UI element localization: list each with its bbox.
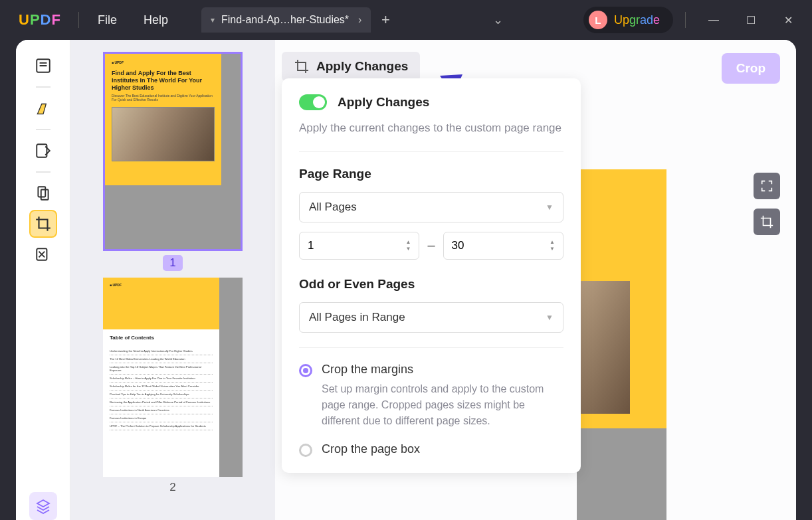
crop-pagebox-radio[interactable]: Crop the page box [299, 442, 563, 457]
toc-title: Table of Contents [110, 335, 213, 341]
page-range-to-input[interactable]: 30 ▲▼ [443, 232, 563, 260]
page-number: 1 [163, 255, 182, 271]
maximize-button[interactable]: ☐ [740, 9, 761, 31]
toc-row: Scholarship Rules – How to Apply For One… [110, 375, 213, 383]
toc-row: The 12 Best Global Universities Leading … [110, 355, 213, 363]
reader-tool[interactable] [29, 52, 57, 80]
thumbnail-panel: ■ UPDF Find and Apply For the Best Insti… [70, 40, 275, 520]
thumbnail-image: ■ UPDF Find and Apply For the Best Insti… [103, 52, 243, 251]
radio-icon [299, 444, 312, 457]
separator [36, 86, 51, 88]
canvas-area: Apply Changes Crop Apply Changes Apply t… [275, 40, 796, 520]
crop-margins-radio[interactable]: Crop the margins [299, 363, 563, 377]
toc-row: Looking into the Top 10 Subject Majors T… [110, 363, 213, 375]
tab-title: Find-and-Ap…her-Studies* [221, 14, 349, 26]
separator [78, 12, 79, 28]
chevron-down-icon: ▼ [546, 203, 554, 212]
right-floating-tools [754, 173, 780, 235]
radio-icon [299, 364, 312, 377]
upgrade-label: Upgrade [614, 13, 660, 27]
left-toolbar [16, 40, 70, 520]
odd-even-select-value: All Pages in Range [309, 311, 405, 324]
organize-tool[interactable] [29, 179, 57, 207]
window-controls: — ☐ ✕ [703, 9, 799, 31]
apply-changes-panel: Apply Changes Apply the current changes … [282, 78, 581, 473]
fit-screen-button[interactable] [754, 173, 780, 199]
chevron-down-icon: ▼ [546, 313, 554, 322]
app-logo: UPDF [19, 11, 61, 29]
separator [299, 347, 563, 348]
toc-row: Famous Institutions in Europe [110, 414, 213, 422]
page-range-to-value: 30 [452, 239, 464, 252]
thumbnail-page-1[interactable]: ■ UPDF Find and Apply For the Best Insti… [103, 52, 243, 271]
thumb-photo [112, 107, 215, 161]
thumb-brand: ■ UPDF [112, 60, 215, 64]
user-avatar: L [589, 11, 607, 29]
crop-margins-label: Crop the margins [322, 363, 413, 377]
tab-overflow-button[interactable]: ⌄ [400, 13, 516, 27]
apply-changes-toggle[interactable] [299, 94, 327, 110]
apply-changes-description: Apply the current changes to the custom … [299, 120, 563, 137]
stepper-icons[interactable]: ▲▼ [550, 240, 555, 252]
separator [36, 129, 51, 130]
thumb-title: Find and Apply For the Best Institutes I… [112, 70, 215, 91]
titlebar: UPDF File Help ▾ Find-and-Ap…her-Studies… [0, 0, 812, 40]
odd-even-select[interactable]: All Pages in Range ▼ [299, 302, 563, 333]
menu-file[interactable]: File [84, 8, 130, 33]
separator [299, 151, 563, 152]
close-button[interactable]: ✕ [777, 9, 799, 31]
document-tab[interactable]: ▾ Find-and-Ap…her-Studies* › [201, 7, 371, 33]
tab-area: ▾ Find-and-Ap…her-Studies* › + ⌄ [201, 7, 583, 33]
thumb-sub: Discover The Best Educational Institute … [112, 94, 215, 102]
page-range-from-value: 1 [308, 239, 314, 252]
edit-tool[interactable] [29, 137, 57, 165]
separator [36, 171, 51, 173]
thumbnail-page-2[interactable]: ■ UPDF Table of Contents Understanding t… [103, 278, 243, 494]
new-tab-button[interactable]: + [376, 11, 395, 29]
svg-rect-2 [38, 187, 45, 197]
toc-row: Practical Tips to Help You in Applying f… [110, 390, 213, 398]
odd-even-title: Odd or Even Pages [299, 277, 563, 292]
range-dash: – [427, 238, 435, 253]
layers-button[interactable] [29, 492, 57, 520]
apply-changes-button[interactable]: Apply Changes [282, 52, 420, 81]
crop-tool[interactable] [29, 210, 57, 238]
crop-icon [294, 58, 310, 74]
chevron-right-icon[interactable]: › [358, 14, 361, 26]
thumb-brand: ■ UPDF [110, 283, 122, 287]
separator [685, 12, 686, 28]
page-range-title: Page Range [299, 167, 563, 181]
toc-row: Understanding the Need to Apply Internat… [110, 347, 213, 355]
page-range-from-input[interactable]: 1 ▲▼ [299, 232, 419, 260]
highlight-tool[interactable] [29, 94, 57, 122]
page-number: 2 [169, 481, 175, 494]
minimize-button[interactable]: — [703, 9, 724, 31]
apply-changes-label: Apply Changes [316, 59, 408, 74]
toc-row: UPDF – The Perfect Solution to Prepare S… [110, 422, 213, 430]
stepper-icons[interactable]: ▲▼ [406, 240, 411, 252]
upgrade-button[interactable]: L Upgrade [583, 7, 673, 33]
crop-button[interactable]: Crop [722, 53, 780, 84]
redact-tool[interactable] [29, 240, 57, 268]
chevron-down-icon: ▾ [211, 15, 215, 25]
crop-pagebox-label: Crop the page box [322, 442, 420, 456]
document-page-preview[interactable] [577, 169, 666, 520]
toc-row: Scholarship Rules for the 12 Best Global… [110, 383, 213, 390]
main-area: ■ UPDF Find and Apply For the Best Insti… [16, 40, 796, 520]
svg-rect-1 [37, 144, 47, 157]
page-range-select[interactable]: All Pages ▼ [299, 192, 563, 222]
crop-area-button[interactable] [754, 209, 780, 235]
menu-help[interactable]: Help [130, 8, 181, 33]
toc-row: Reviewing the Application Period and Off… [110, 398, 213, 406]
page-range-select-value: All Pages [309, 201, 357, 214]
toc-row: Famous Institutions in North American Co… [110, 406, 213, 414]
crop-margins-description: Set up margin controls and apply to the … [322, 381, 563, 429]
thumbnail-image: ■ UPDF Table of Contents Understanding t… [103, 278, 243, 477]
svg-rect-3 [41, 190, 48, 200]
apply-changes-toggle-label: Apply Changes [338, 95, 429, 110]
